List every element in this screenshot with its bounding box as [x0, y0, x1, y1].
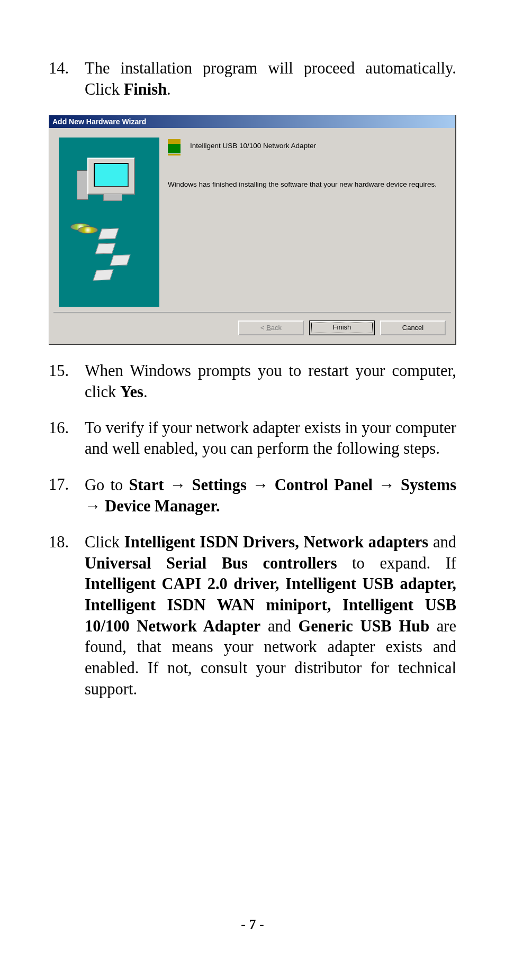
computer-tower-icon: [77, 170, 88, 200]
wizard-titlebar: Add New Hardware Wizard: [49, 115, 455, 128]
step-18: 18. Click Intelligent ISDN Drivers, Netw…: [49, 532, 456, 700]
step-text: Go to Start → Settings → Control Panel →…: [85, 474, 456, 517]
step-text: The installation program will proceed au…: [85, 58, 456, 100]
step-15: 15. When Windows prompts you to restart …: [49, 361, 456, 402]
step-14: 14. The installation program will procee…: [49, 58, 456, 100]
step-number: 15.: [49, 361, 85, 402]
step-16: 16. To verify if your network adapter ex…: [49, 418, 456, 460]
computer-monitor-icon: [87, 158, 135, 195]
step-text: When Windows prompts you to restart your…: [85, 361, 456, 402]
wizard-dialog: Add New Hardware Wizard Intelligent US: [49, 115, 456, 345]
step-text: To verify if your network adapter exists…: [85, 418, 456, 460]
cancel-button[interactable]: Cancel: [380, 320, 446, 335]
back-button: < Back: [238, 320, 304, 335]
step-number: 18.: [49, 532, 85, 700]
finish-button[interactable]: Finish: [309, 320, 375, 335]
page-number: - 7 -: [0, 917, 505, 932]
wizard-screenshot: Add New Hardware Wizard Intelligent US: [49, 115, 456, 345]
step-number: 16.: [49, 418, 85, 460]
network-adapter-chip-icon: [168, 143, 181, 153]
wizard-message: Windows has finished installing the soft…: [168, 180, 446, 189]
step-number: 14.: [49, 58, 85, 100]
step-17: 17. Go to Start → Settings → Control Pan…: [49, 474, 456, 517]
wizard-sidebar-graphic: [59, 138, 159, 307]
step-text: Click Intelligent ISDN Drivers, Network …: [85, 532, 456, 700]
step-number: 17.: [49, 474, 85, 517]
device-name-label: Intelligent USB 10/100 Network Adapter: [190, 142, 316, 150]
